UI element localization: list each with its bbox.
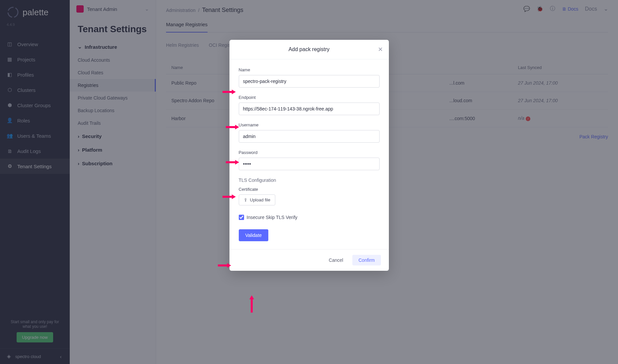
tls-section-title: TLS Configuration [239, 178, 380, 183]
certificate-label: Certificate [239, 187, 380, 192]
cancel-button[interactable]: Cancel [323, 255, 349, 265]
upload-label: Upload file [250, 197, 270, 202]
field-endpoint: Endpoint [239, 95, 380, 115]
username-label: Username [239, 122, 380, 127]
insecure-skip-checkbox[interactable] [239, 215, 244, 220]
field-password: Password [239, 150, 380, 170]
password-label: Password [239, 150, 380, 155]
add-pack-registry-modal: Add pack registry ✕ Name Endpoint Userna… [229, 40, 389, 271]
insecure-skip-row: Insecure Skip TLS Verify [239, 215, 380, 220]
name-input[interactable] [239, 75, 380, 88]
confirm-button[interactable]: Confirm [352, 255, 381, 265]
annotation-arrow-icon [226, 125, 239, 129]
field-username: Username [239, 122, 380, 143]
annotation-arrow-icon [226, 160, 239, 165]
modal-body: Name Endpoint Username Password TLS Conf… [229, 59, 389, 249]
upload-icon: ⇪ [244, 197, 247, 202]
validate-button[interactable]: Validate [239, 229, 269, 241]
annotation-arrow-icon [222, 194, 236, 199]
upload-file-button[interactable]: ⇪ Upload file [239, 194, 275, 205]
endpoint-input[interactable] [239, 103, 380, 115]
annotation-arrow-icon [218, 263, 231, 268]
annotation-arrow-up-icon [249, 295, 254, 313]
username-input[interactable] [239, 130, 380, 143]
field-name: Name [239, 67, 380, 88]
annotation-arrow-icon [222, 90, 236, 94]
modal-overlay: Add pack registry ✕ Name Endpoint Userna… [0, 0, 618, 364]
field-certificate: Certificate ⇪ Upload file [239, 187, 380, 205]
insecure-skip-label: Insecure Skip TLS Verify [247, 215, 298, 220]
modal-title: Add pack registry [289, 46, 330, 52]
modal-header: Add pack registry ✕ [229, 40, 389, 59]
close-icon[interactable]: ✕ [378, 46, 383, 53]
name-label: Name [239, 67, 380, 72]
endpoint-label: Endpoint [239, 95, 380, 100]
password-input[interactable] [239, 158, 380, 170]
modal-footer: Cancel Confirm [229, 249, 389, 271]
